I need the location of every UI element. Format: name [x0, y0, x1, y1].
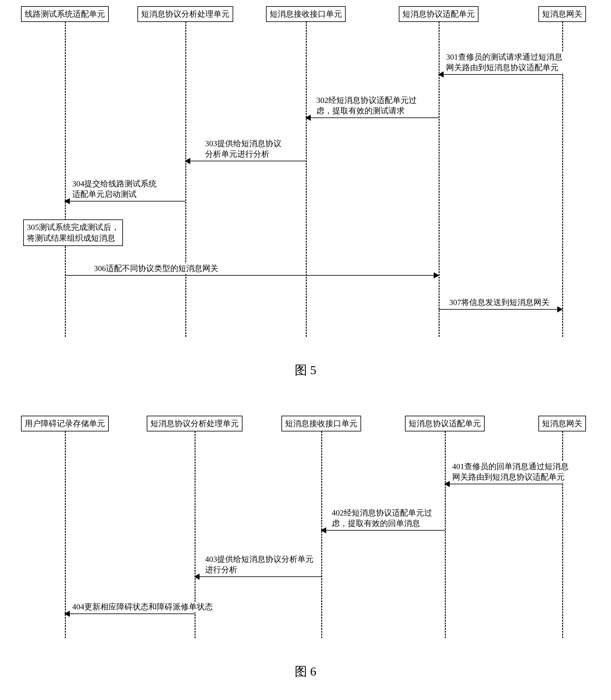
text: 304提交给线路测试系统: [72, 179, 157, 188]
message-arrow: [185, 161, 306, 161]
message-arrow: [445, 484, 562, 484]
lifeline: [185, 21, 186, 337]
lifeline: [65, 431, 66, 638]
actor-box: 用户障碍记录存储单元: [21, 416, 109, 432]
sequence-diagram-2: 用户障碍记录存储单元 短消息协议分析处理单元 短消息接收接口单元 短消息协议适配…: [6, 416, 605, 638]
message-arrow: [438, 74, 562, 75]
message-arrow: [65, 201, 185, 202]
text: 将测试结果组织成短消息: [27, 234, 115, 243]
sequence-diagram-1: 线路测试系统适配单元 短消息协议分析处理单元 短消息接收接口单元 短消息协议适配…: [6, 6, 605, 337]
text: 303提供给短消息协议: [205, 139, 281, 148]
actor-box: 短消息协议分析处理单元: [147, 416, 242, 432]
message-label: 303提供给短消息协议 分析单元进行分析: [204, 138, 283, 159]
message-label: 301查修员的测试请求通过短消息 网关路由到短消息协议适配单元: [445, 52, 564, 73]
text: 网关路由到短消息协议适配单元: [446, 63, 558, 72]
message-label: 302经短消息协议适配单元过 虑，提取有效的测试请求: [315, 95, 418, 116]
actor-box: 短消息协议适配单元: [405, 416, 485, 432]
actor-box: 短消息协议适配单元: [399, 6, 478, 22]
text: 虑，提取有效的测试请求: [316, 106, 405, 115]
message-arrow: [306, 117, 438, 118]
text: 403提供给短消息协议分析单元: [205, 555, 314, 564]
actor-box: 短消息接收接口单元: [266, 6, 346, 22]
lifeline: [438, 21, 439, 337]
text: 302经短消息协议适配单元过: [316, 96, 417, 105]
lifeline: [306, 21, 307, 337]
text: 305测试系统完成测试后，: [27, 223, 119, 232]
message-label: 403提供给短消息协议分析单元 进行分析: [204, 554, 315, 575]
lifeline: [445, 431, 446, 638]
message-arrow: [65, 275, 438, 276]
text: 虑，提取有效的回单消息: [332, 519, 420, 528]
message-arrow: [195, 577, 321, 577]
figure-caption: 图 6: [6, 663, 605, 680]
message-label: 307将信息发送到短消息网关: [448, 297, 551, 308]
note-box: 305测试系统完成测试后， 将测试结果组织成短消息: [23, 219, 123, 246]
message-arrow: [321, 530, 445, 531]
text: 适配单元启动测试: [72, 190, 136, 199]
message-arrow: [438, 309, 562, 310]
message-label: 304提交给线路测试系统 适配单元启动测试: [71, 179, 158, 200]
message-arrow: [65, 613, 195, 614]
text: 分析单元进行分析: [205, 149, 269, 159]
actor-box: 线路测试系统适配单元: [21, 6, 109, 22]
text: 401查修员的回单消息通过短消息: [452, 462, 569, 471]
text: 网关路由到短消息协议适配单元: [452, 472, 565, 481]
text: 402经短消息协议适配单元过: [332, 508, 432, 517]
actor-box: 短消息网关: [538, 416, 586, 432]
message-label: 401查修员的回单消息通过短消息 网关路由到短消息协议适配单元: [451, 462, 570, 482]
lifeline: [321, 431, 322, 638]
message-label: 402经短消息协议适配单元过 虑，提取有效的回单消息: [330, 508, 433, 529]
message-label: 404更新相应障碍状态和障碍派修单状态: [71, 602, 214, 612]
message-label: 306适配不同协议类型的短消息网关: [93, 263, 220, 274]
text: 进行分析: [205, 565, 237, 574]
actor-box: 短消息协议分析处理单元: [137, 6, 233, 22]
actor-box: 短消息网关: [538, 6, 586, 22]
actor-box: 短消息接收接口单元: [281, 416, 361, 432]
lifeline: [65, 21, 66, 337]
figure-caption: 图 5: [6, 362, 605, 379]
text: 301查修员的测试请求通过短消息: [446, 53, 563, 61]
